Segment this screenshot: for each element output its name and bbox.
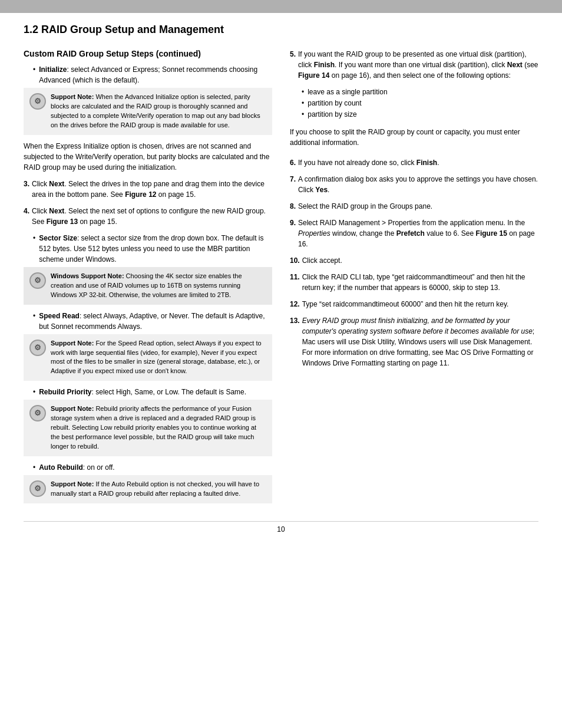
step-8: 8. Select the RAID group in the Groups p… xyxy=(290,201,538,212)
sector-size-label: Sector Size xyxy=(39,234,77,242)
windows-support-note-text: Windows Support Note: Choosing the 4K se… xyxy=(51,272,266,300)
support-note-1-box: ⚙ Support Note: When the Advanced Initia… xyxy=(24,88,272,135)
auto-rebuild-text: : on or off. xyxy=(83,463,115,472)
step-10-text: Click accept. xyxy=(302,255,342,266)
step-5: 5. If you want the RAID group to be pres… xyxy=(290,49,538,81)
rebuild-priority-bullet: • Rebuild Priority: select High, Same, o… xyxy=(33,387,272,397)
support-note-2-box: ⚙ Support Note: For the Speed Read optio… xyxy=(24,334,272,381)
partition-option-3: • partition by size xyxy=(302,109,538,120)
step-12-text: Type “set raidcommandtimeout 60000” and … xyxy=(302,299,509,309)
support-icon-4: ⚙ xyxy=(29,480,46,497)
support-icon-1: ⚙ xyxy=(29,93,46,110)
step-13: 13. Every RAID group must finish initial… xyxy=(290,315,538,368)
left-column: Custom RAID Group Setup Steps (continued… xyxy=(24,49,272,509)
initialize-text: : select Advanced or Express; Sonnet rec… xyxy=(39,65,257,84)
step-7: 7. A confirmation dialog box asks you to… xyxy=(290,174,538,195)
support-icon-3: ⚙ xyxy=(29,405,46,421)
section-title: 1.2 RAID Group Setup and Management xyxy=(24,24,538,36)
express-note: When the Express Initialize option is ch… xyxy=(24,141,272,173)
partition-option-1: • leave as a single partition xyxy=(302,87,538,98)
support-icon-2: ⚙ xyxy=(29,340,46,356)
initialize-label: Initialize xyxy=(39,65,67,74)
top-bar xyxy=(0,0,562,13)
partition-option-2: • partition by count xyxy=(302,98,538,109)
step-11: 11. Click the RAID CLI tab, type “get ra… xyxy=(290,272,538,293)
support-icon-windows: ⚙ xyxy=(29,272,46,289)
rebuild-priority-text: : select High, Same, or Low. The default… xyxy=(92,388,247,396)
step-8-text: Select the RAID group in the Groups pane… xyxy=(298,201,432,212)
sector-size-bullet: • Sector Size: select a sector size from… xyxy=(33,233,272,265)
support-note-2-text: Support Note: For the Speed Read option,… xyxy=(51,339,266,377)
support-note-3-text: Support Note: Rebuild priority affects t… xyxy=(51,404,266,452)
rebuild-priority-label: Rebuild Priority xyxy=(39,388,91,396)
support-note-4-box: ⚙ Support Note: If the Auto Rebuild opti… xyxy=(24,475,272,503)
speed-read-bullet: • Speed Read: select Always, Adaptive, o… xyxy=(33,311,272,332)
step-11-text: Click the RAID CLI tab, type “get raidco… xyxy=(302,272,538,293)
partition-options-list: • leave as a single partition • partitio… xyxy=(302,87,538,121)
support-note-1-text: Support Note: When the Advanced Initiali… xyxy=(51,93,266,130)
step-3: 3. Click Next. Select the drives in the … xyxy=(24,179,272,200)
auto-rebuild-bullet: • Auto Rebuild: on or off. xyxy=(33,462,272,473)
step-9: 9. Select RAID Management > Properties f… xyxy=(290,218,538,249)
right-column: 5. If you want the RAID group to be pres… xyxy=(290,49,538,509)
step-12: 12. Type “set raidcommandtimeout 60000” … xyxy=(290,299,538,309)
initialize-bullet: • Initialize: select Advanced or Express… xyxy=(33,64,272,85)
page-number: 10 xyxy=(24,521,538,533)
auto-rebuild-label: Auto Rebuild xyxy=(39,463,83,472)
step-6: 6. If you have not already done so, clic… xyxy=(290,157,538,168)
windows-support-note-box: ⚙ Windows Support Note: Choosing the 4K … xyxy=(24,267,272,305)
speed-read-label: Speed Read xyxy=(39,312,80,320)
support-note-3-box: ⚙ Support Note: Rebuild priority affects… xyxy=(24,400,272,456)
step-10: 10. Click accept. xyxy=(290,255,538,266)
step-4: 4. Click Next. Select the next set of op… xyxy=(24,206,272,227)
partition-note: If you choose to split the RAID group by… xyxy=(290,127,538,148)
subsection-title: Custom RAID Group Setup Steps (continued… xyxy=(24,49,272,58)
support-note-4-text: Support Note: If the Auto Rebuild option… xyxy=(51,480,266,499)
page: 1.2 RAID Group Setup and Management Cust… xyxy=(0,0,562,728)
